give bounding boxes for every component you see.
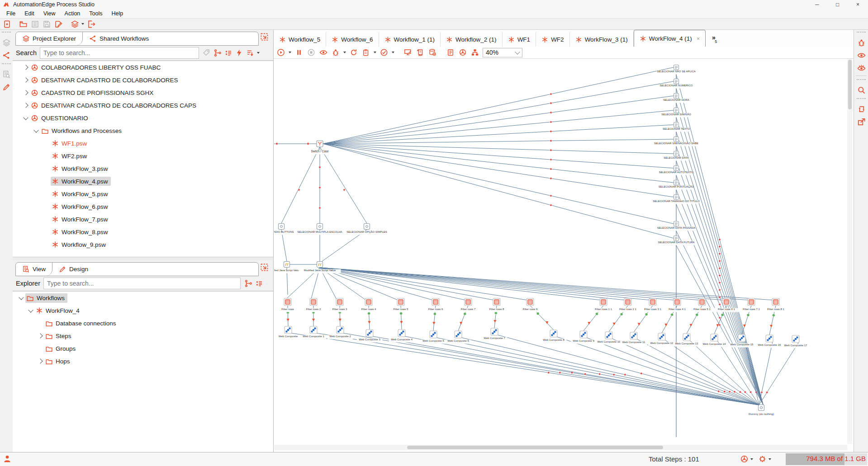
export-icon[interactable] bbox=[87, 20, 95, 28]
tab-view[interactable]: View bbox=[16, 263, 52, 276]
strip-handle[interactable] bbox=[2, 32, 11, 35]
step-label[interactable]: Filter rows 2 1 bbox=[619, 308, 636, 311]
horizontal-scrollbar[interactable] bbox=[274, 445, 847, 450]
step-label[interactable]: SELECIONAR OPÇÃO SIMPLES bbox=[346, 231, 387, 233]
tree-expand-icon[interactable] bbox=[28, 310, 35, 312]
workflow-icon[interactable] bbox=[640, 35, 646, 42]
canvas-tab-workflow-6[interactable]: Workflow_6 bbox=[326, 32, 379, 47]
folder-icon[interactable] bbox=[26, 294, 34, 302]
export-share-icon[interactable] bbox=[856, 116, 867, 127]
user-person-icon[interactable] bbox=[3, 454, 12, 463]
workflow-icon[interactable] bbox=[575, 36, 582, 43]
close-tab-icon[interactable]: × bbox=[697, 35, 700, 42]
tree-row[interactable]: WF1.psw bbox=[13, 137, 273, 150]
tree-item[interactable]: Steps bbox=[44, 331, 74, 341]
workflow-icon[interactable] bbox=[332, 36, 338, 43]
database-icon[interactable] bbox=[428, 48, 437, 57]
tree-expand-icon[interactable] bbox=[33, 130, 40, 132]
step-node[interactable] bbox=[674, 151, 679, 156]
step-label[interactable]: SELECIONAR AUTOTEXTO bbox=[659, 171, 694, 174]
wheel-icon[interactable] bbox=[459, 48, 467, 56]
debug-bug-icon[interactable] bbox=[331, 48, 340, 57]
strip-handle[interactable] bbox=[857, 98, 866, 101]
zoom-select[interactable]: 40% bbox=[483, 48, 522, 57]
step-label[interactable]: Web Composite 5 bbox=[422, 339, 444, 342]
tree-expand-icon[interactable] bbox=[37, 359, 44, 363]
step-label[interactable]: Web Composite 12 bbox=[650, 342, 674, 344]
save-icon[interactable] bbox=[43, 20, 51, 28]
step-label[interactable]: SELECIONAR SIM/NÃO bbox=[661, 113, 691, 116]
pencil-icon[interactable] bbox=[59, 265, 66, 273]
step-label[interactable]: Web Composite 3 bbox=[359, 338, 380, 341]
maximize-panel-icon[interactable] bbox=[260, 33, 269, 41]
step-label[interactable]: Web Composite 11 bbox=[622, 341, 645, 344]
step-node[interactable] bbox=[674, 108, 679, 113]
step-label[interactable]: R RADIO BUTTONS bbox=[274, 231, 294, 233]
close-button[interactable]: × bbox=[848, 0, 868, 9]
tree-row[interactable]: Groups bbox=[13, 342, 273, 355]
step-label[interactable]: Filter rows 6 bbox=[428, 308, 443, 311]
step-label[interactable]: SELECIONAR MULTIPLA ESCOLHA bbox=[297, 231, 342, 233]
layers-icon[interactable] bbox=[70, 19, 80, 28]
wheel-icon[interactable] bbox=[31, 89, 38, 97]
step-label[interactable]: Web Composite 14 bbox=[703, 343, 726, 345]
tree-item[interactable]: WorkFlow_8.psw bbox=[51, 227, 111, 236]
list-badge-icon[interactable] bbox=[255, 279, 263, 287]
database-icon[interactable] bbox=[428, 48, 436, 56]
tree-row[interactable]: Hops bbox=[13, 355, 273, 367]
validate-icon[interactable] bbox=[379, 48, 389, 57]
layers-icon[interactable] bbox=[71, 20, 79, 28]
menu-tools[interactable]: Tools bbox=[85, 9, 107, 18]
step-label[interactable]: Web Composite 13 bbox=[675, 342, 699, 345]
tree-item[interactable]: QUESTIONARIO bbox=[30, 113, 91, 123]
folder-icon[interactable] bbox=[45, 345, 53, 353]
log-scroll-icon[interactable] bbox=[416, 48, 425, 57]
tree-row[interactable]: WorkFlow_5.psw bbox=[13, 188, 273, 200]
chevron-down-icon[interactable] bbox=[81, 23, 84, 25]
step-label[interactable]: Filter rows 8 1 bbox=[767, 308, 784, 311]
step-label[interactable]: Filter rows 4 1 bbox=[669, 308, 686, 311]
tree-item[interactable]: WorkFlow_7.psw bbox=[51, 215, 111, 224]
workflow-icon[interactable] bbox=[446, 36, 453, 43]
open-icon[interactable] bbox=[18, 19, 28, 28]
orgchart-icon[interactable] bbox=[470, 48, 479, 57]
save-icon[interactable] bbox=[42, 19, 52, 28]
step-node[interactable] bbox=[674, 195, 679, 200]
step-node[interactable] bbox=[674, 79, 679, 84]
step-node[interactable] bbox=[674, 137, 679, 142]
chevron-down-icon[interactable] bbox=[374, 52, 376, 53]
step-label[interactable]: Web Composite 16 bbox=[758, 344, 782, 346]
tree-expand-icon[interactable] bbox=[23, 117, 30, 119]
tree-item[interactable]: WorkFlow_4.psw bbox=[51, 177, 111, 186]
workflow-icon[interactable] bbox=[541, 36, 548, 43]
step-label[interactable]: Filter rows 1 1 bbox=[595, 308, 612, 311]
step-node[interactable] bbox=[674, 221, 679, 226]
tree-item[interactable]: Groups bbox=[44, 344, 78, 353]
tree-item[interactable]: CADASTRO DE PROFISSIONAIS SGHX bbox=[30, 88, 156, 98]
menu-action[interactable]: Action bbox=[60, 9, 85, 18]
step-label[interactable]: Web Composite 17 bbox=[784, 344, 808, 347]
step-label[interactable]: SELECIONAR HORA bbox=[663, 99, 689, 101]
magnifier-icon[interactable] bbox=[857, 86, 866, 94]
results-monitor-icon[interactable] bbox=[403, 48, 413, 57]
aster-icon[interactable] bbox=[52, 178, 59, 185]
aster-icon[interactable] bbox=[52, 152, 59, 160]
step-label[interactable]: Filter rows 5 bbox=[394, 308, 408, 311]
workflow-icon[interactable] bbox=[279, 36, 286, 43]
folder-icon[interactable] bbox=[41, 127, 49, 135]
subtree-icon[interactable] bbox=[244, 279, 252, 287]
bug-icon[interactable] bbox=[856, 37, 867, 48]
step-label[interactable]: SELECIONAR TAMANHO DO TITULO bbox=[653, 200, 700, 202]
tree-row[interactable]: DESATIVAR CADASTRO DE COLABORADORES CAPS bbox=[13, 99, 273, 112]
sort-caret-icon[interactable] bbox=[257, 52, 260, 54]
design-pencil-icon[interactable] bbox=[1, 81, 12, 92]
wheel-icon[interactable] bbox=[31, 102, 38, 109]
save-as-icon[interactable] bbox=[54, 20, 63, 28]
step-label[interactable]: Filter rows 9 bbox=[523, 308, 538, 311]
tab-project-explorer[interactable]: Project Explorer bbox=[16, 32, 83, 45]
step-node[interactable] bbox=[674, 180, 679, 185]
export-share-icon[interactable] bbox=[857, 118, 866, 126]
minimize-button[interactable]: ─ bbox=[807, 0, 827, 9]
tree-item[interactable]: WorkFlow_4 bbox=[35, 306, 82, 315]
step-node[interactable] bbox=[759, 405, 764, 411]
